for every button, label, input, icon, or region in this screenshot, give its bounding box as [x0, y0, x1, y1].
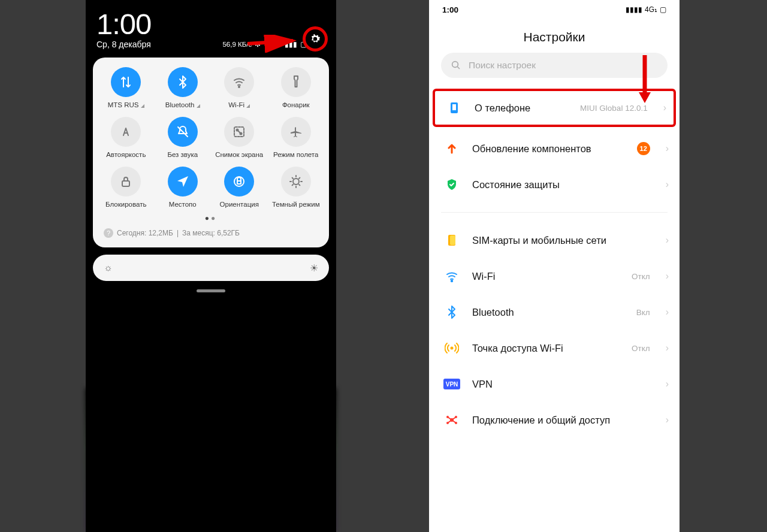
settings-button[interactable] — [303, 26, 328, 52]
brightness-slider[interactable]: ☼ ☀ — [93, 255, 329, 281]
info-icon: ? — [104, 228, 113, 238]
settings-row-value: Откл — [632, 344, 650, 353]
section-divider — [441, 212, 668, 213]
rot-icon — [224, 167, 254, 197]
qs-toggle-data[interactable]: MTS RUS ◢ — [99, 67, 153, 108]
qs-toggle-torch[interactable]: Фонарик — [269, 67, 324, 108]
svg-point-7 — [293, 179, 299, 185]
vpn-icon: VPN — [443, 376, 460, 392]
qs-toggle-mute[interactable]: Без звука — [156, 117, 210, 158]
mute-icon — [168, 117, 198, 147]
torch-icon — [281, 67, 311, 97]
chevron-right-icon: › — [666, 271, 669, 282]
update-count-badge: 12 — [637, 142, 650, 155]
gear-icon — [309, 32, 322, 46]
qs-toggle-label: Ориентация — [220, 201, 259, 208]
brightness-low-icon: ☼ — [104, 262, 113, 273]
right-phone-settings-app: 1:00 ▮▮▮▮ 4G₁ ▢ Настройки Поиск настроек… — [429, 0, 680, 532]
settings-row-label: Bluetooth — [472, 306, 624, 319]
page-title: Настройки — [429, 30, 680, 44]
settings-row-label: Wi-Fi — [472, 270, 620, 283]
wifi-icon — [224, 67, 254, 97]
settings-row-value: Откл — [632, 272, 650, 281]
date-label: Ср, 8 декабря — [96, 40, 151, 49]
bt2-icon — [443, 304, 460, 321]
qs-toggle-rot[interactable]: Ориентация — [212, 167, 267, 208]
loc-icon — [168, 167, 198, 197]
page-indicator: ●● — [99, 214, 323, 222]
chevron-right-icon: › — [663, 102, 666, 113]
phone-icon — [446, 99, 463, 116]
settings-row-label: Состояние защиты — [472, 179, 650, 191]
data-usage-row[interactable]: ? Сегодня: 12,2МБ | За месяц: 6,52ГБ — [99, 226, 323, 240]
qs-toggle-label: Wi-Fi ◢ — [228, 101, 250, 108]
search-input[interactable]: Поиск настроек — [441, 53, 668, 78]
qs-toggle-dark[interactable]: Темный режим — [269, 167, 324, 208]
wifi2-icon — [443, 268, 460, 285]
qs-toggle-plane[interactable]: Режим полета — [269, 117, 324, 158]
qs-toggle-lock[interactable]: Блокировать — [99, 167, 153, 208]
search-placeholder: Поиск настроек — [469, 60, 536, 71]
svg-text:VPN: VPN — [446, 381, 458, 388]
chevron-right-icon: › — [666, 343, 669, 353]
qs-toggle-snip[interactable]: Снимок экрана — [212, 117, 267, 158]
settings-gear-highlight — [303, 26, 328, 52]
settings-row-shield[interactable]: Состояние защиты › — [429, 167, 680, 202]
dark-icon — [281, 167, 311, 197]
settings-row-label: SIM-карты и мобильные сети — [472, 234, 650, 247]
chevron-right-icon: › — [666, 179, 669, 190]
settings-row-bt2[interactable]: Bluetooth Вкл › — [429, 294, 680, 330]
settings-row-wifi2[interactable]: Wi-Fi Откл › — [429, 258, 680, 294]
qs-toggle-wifi[interactable]: Wi-Fi ◢ — [212, 67, 267, 108]
lock-icon — [111, 167, 141, 197]
settings-row-sim[interactable]: SIM-карты и мобильные сети › — [429, 222, 680, 258]
settings-row-label: Подключение и общий доступ — [472, 414, 650, 427]
qs-toggle-label: Снимок экрана — [215, 151, 263, 158]
qs-toggle-label: Местопо — [169, 201, 197, 208]
qs-toggle-label: Режим полета — [273, 151, 318, 158]
sim-icon — [443, 232, 460, 249]
settings-row-label: О телефоне — [475, 102, 568, 114]
qs-toggle-label: Bluetooth ◢ — [165, 101, 200, 108]
status-bar: 1:00 ▮▮▮▮ 4G₁ ▢ — [429, 0, 680, 19]
chevron-right-icon: › — [666, 307, 669, 318]
svg-point-16 — [451, 347, 454, 350]
up-icon — [443, 140, 460, 157]
bt-icon — [168, 67, 198, 97]
settings-row-label: VPN — [472, 378, 650, 391]
red-arrow-down — [635, 53, 654, 105]
search-icon — [451, 60, 461, 71]
qs-toggle-label: Без звука — [167, 151, 198, 158]
settings-row-vpn[interactable]: VPN VPN › — [429, 366, 680, 402]
red-arrow-to-gear — [246, 35, 300, 53]
svg-line-9 — [457, 66, 460, 69]
qs-toggle-label: MTS RUS ◢ — [108, 101, 144, 108]
qs-toggle-loc[interactable]: Местопо — [156, 167, 210, 208]
chevron-right-icon: › — [666, 235, 669, 246]
settings-row-up[interactable]: Обновление компонентов 12 › — [429, 131, 680, 167]
chevron-right-icon: › — [666, 379, 669, 389]
qs-toggle-bt[interactable]: Bluetooth ◢ — [156, 67, 210, 108]
settings-row-share[interactable]: Подключение и общий доступ › — [429, 402, 680, 438]
qs-toggle-autoA[interactable]: Автояркость — [99, 117, 153, 158]
shield-icon — [443, 176, 460, 193]
svg-point-15 — [451, 280, 452, 282]
share-icon — [443, 412, 460, 428]
data-icon — [111, 67, 141, 97]
drag-handle[interactable] — [197, 289, 225, 292]
settings-row-hotspot[interactable]: Точка доступа Wi-Fi Откл › — [429, 330, 680, 366]
left-phone-notification-shade: 1:00 Ср, 8 декабря 56,9 КБ/с ✻ ⏰ ⁴ᴳ ▮▮▮ … — [86, 0, 336, 532]
svg-point-1 — [238, 86, 240, 87]
quick-settings-panel: MTS RUS ◢ Bluetooth ◢ Wi-Fi ◢ Фонарик Ав… — [93, 58, 329, 247]
svg-line-0 — [247, 41, 293, 44]
qs-toggle-label: Блокировать — [105, 201, 146, 208]
chevron-right-icon: › — [666, 415, 669, 425]
plane-icon — [281, 117, 311, 147]
battery-icon: ▢ — [660, 5, 666, 14]
svg-rect-14 — [450, 235, 455, 245]
qs-toggle-label: Темный режим — [272, 201, 320, 208]
settings-row-value: Вкл — [636, 308, 650, 317]
network-type: 4G₁ — [645, 5, 657, 14]
signal-bars-icon: ▮▮▮▮ — [626, 5, 642, 14]
svg-point-8 — [452, 62, 458, 68]
